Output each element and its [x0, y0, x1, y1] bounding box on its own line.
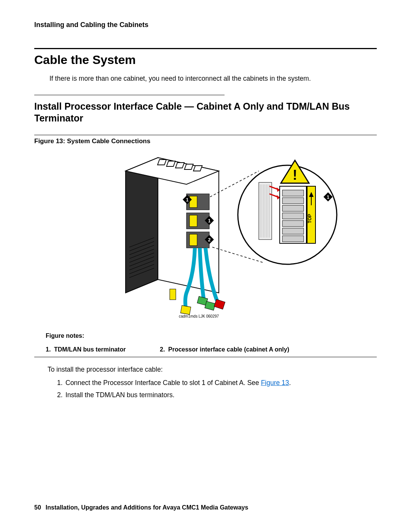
svg-rect-3 — [158, 160, 166, 165]
step-text: Install the TDM/LAN bus terminators. — [65, 391, 175, 399]
svg-rect-30 — [170, 289, 176, 300]
heading-level-2: Install Processor Interface Cable — Cabi… — [34, 101, 377, 125]
callout-text: 1 — [208, 218, 211, 224]
svg-rect-26 — [180, 305, 191, 315]
step-number: 1. — [57, 377, 65, 388]
figure-diagram: 1 1 2 — [34, 148, 377, 329]
svg-rect-47 — [282, 198, 304, 204]
svg-rect-7 — [193, 166, 202, 171]
svg-rect-51 — [282, 228, 304, 234]
figure-notes: 1. TDM/LAN bus terminator 2. Processor i… — [46, 346, 377, 353]
svg-rect-48 — [282, 205, 304, 211]
callout-text: 1 — [186, 197, 189, 203]
svg-rect-22 — [190, 234, 197, 246]
list-item: 2.Install the TDM/LAN bus terminators. — [57, 390, 377, 400]
rule-figure — [34, 135, 377, 135]
figure-note-item: 2. Processor interface cable (cabinet A … — [160, 346, 289, 353]
callout-text: 2 — [208, 237, 211, 243]
figure-note-number: 2. — [160, 346, 168, 353]
svg-marker-0 — [126, 158, 158, 293]
top-label: TOP — [307, 214, 312, 223]
step-text-after: . — [289, 379, 291, 387]
rule-figure-bottom — [34, 357, 377, 357]
ordered-steps: 1.Connect the Processor Interface Cable … — [57, 377, 377, 400]
callout-text: 1 — [327, 195, 330, 200]
figure-note-item: 1. TDM/LAN bus terminator — [46, 346, 160, 353]
document-page: Installing and Cabling the Cabinets Cabl… — [0, 0, 411, 532]
list-item: 1.Connect the Processor Interface Cable … — [57, 377, 377, 388]
rule-mid — [34, 95, 225, 95]
footer-doc-title: Installation, Upgrades and Additions for… — [46, 504, 249, 511]
figure-notes-heading: Figure notes: — [46, 332, 377, 339]
svg-rect-4 — [167, 161, 175, 166]
heading-level-1: Cable the System — [34, 53, 377, 67]
svg-rect-49 — [282, 213, 304, 219]
rule-top — [34, 48, 377, 49]
page-number: 50 — [34, 504, 41, 511]
cabinet-icon: 1 1 2 — [126, 158, 225, 315]
svg-rect-6 — [185, 164, 193, 169]
figure-note-text: TDM/LAN bus terminator — [54, 346, 126, 353]
svg-rect-5 — [175, 163, 184, 168]
svg-rect-28 — [205, 301, 215, 310]
step-text: Connect the Processor Interface Cable to… — [65, 379, 261, 387]
step-number: 2. — [57, 390, 65, 400]
page-footer: 50Installation, Upgrades and Additions f… — [34, 504, 248, 511]
figure-ref-text: cadm1mds LJK 060297 — [179, 314, 219, 318]
svg-rect-46 — [282, 190, 304, 196]
intro-paragraph: If there is more than one cabinet, you n… — [49, 74, 377, 83]
running-head: Installing and Cabling the Cabinets — [34, 21, 377, 29]
figure-link[interactable]: Figure 13 — [261, 379, 289, 387]
svg-rect-50 — [282, 220, 304, 227]
svg-rect-52 — [282, 236, 304, 242]
body-lead: To install the processor interface cable… — [48, 366, 377, 374]
svg-rect-18 — [190, 196, 197, 208]
figure-note-text: Processor interface cable (cabinet A onl… — [168, 346, 289, 353]
svg-text:!: ! — [293, 167, 297, 183]
svg-rect-20 — [190, 215, 197, 227]
figure-note-number: 1. — [46, 346, 54, 353]
figure-title: Figure 13: System Cable Connections — [34, 137, 377, 145]
svg-rect-33 — [259, 182, 272, 240]
